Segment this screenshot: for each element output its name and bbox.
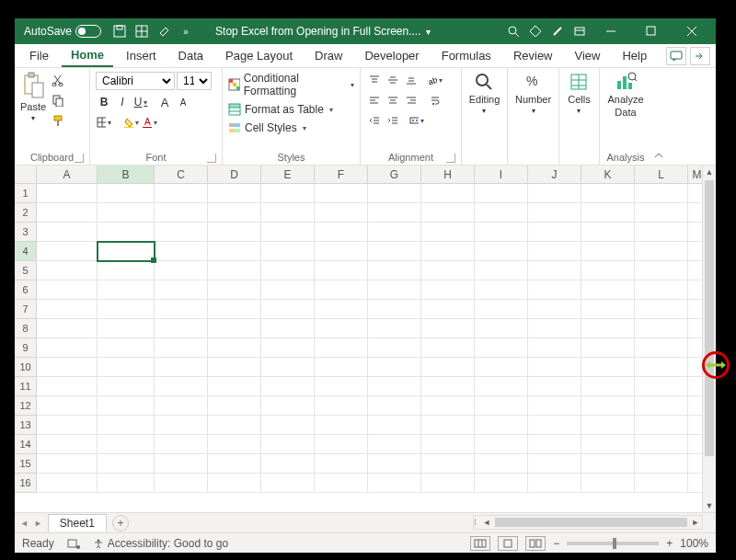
cell[interactable] — [528, 396, 581, 416]
accessibility-status[interactable]: Accessibility: Good to go — [93, 537, 228, 550]
cell[interactable] — [368, 184, 421, 203]
cell[interactable] — [98, 300, 155, 319]
row-header[interactable]: 10 — [15, 358, 37, 377]
cell[interactable] — [155, 377, 208, 396]
cell[interactable] — [368, 242, 421, 261]
cell[interactable] — [635, 338, 688, 358]
cell[interactable] — [208, 435, 261, 454]
vertical-scrollbar[interactable]: ▲ ▼ — [702, 166, 716, 512]
column-header[interactable]: C — [155, 166, 208, 184]
font-size-select[interactable]: 11 — [177, 72, 212, 90]
cell[interactable] — [528, 280, 581, 300]
cell[interactable] — [155, 184, 208, 203]
row-header[interactable]: 9 — [15, 338, 37, 358]
format-as-table-button[interactable]: Format as Table — [228, 103, 333, 116]
page-break-view-button[interactable] — [525, 536, 546, 551]
italic-button[interactable]: I — [114, 94, 131, 110]
cell[interactable] — [155, 358, 208, 377]
cell[interactable] — [208, 377, 261, 396]
column-header[interactable]: I — [475, 166, 528, 184]
cell[interactable] — [475, 242, 528, 261]
cell[interactable] — [368, 280, 421, 300]
cell[interactable] — [98, 338, 155, 358]
cell[interactable] — [155, 261, 208, 280]
cell[interactable] — [635, 435, 688, 454]
cell[interactable] — [261, 223, 315, 242]
align-left-icon[interactable] — [366, 92, 383, 109]
cell[interactable] — [37, 377, 98, 396]
underline-button[interactable]: U — [132, 94, 149, 110]
row-header[interactable]: 2 — [15, 203, 37, 223]
cell[interactable] — [37, 242, 98, 261]
cell[interactable] — [368, 416, 421, 435]
grow-font-button[interactable]: A — [156, 94, 173, 110]
cell[interactable] — [261, 377, 315, 396]
font-color-button[interactable]: A — [142, 114, 158, 131]
collapse-ribbon-icon[interactable] — [651, 68, 666, 165]
cell[interactable] — [475, 203, 528, 223]
column-header[interactable]: K — [581, 166, 635, 184]
cell[interactable] — [368, 319, 421, 338]
maximize-button[interactable] — [631, 18, 672, 44]
cell[interactable] — [98, 396, 155, 416]
cell[interactable] — [528, 338, 581, 358]
cell[interactable] — [635, 300, 688, 319]
cell[interactable] — [475, 300, 528, 319]
tab-view[interactable]: View — [566, 45, 610, 66]
cell[interactable] — [635, 358, 688, 377]
cell[interactable] — [475, 377, 528, 396]
cell[interactable] — [261, 474, 315, 493]
cells-button[interactable]: Cells▾ — [568, 72, 590, 115]
cell[interactable] — [315, 474, 368, 493]
cell[interactable] — [581, 319, 635, 338]
cell[interactable] — [528, 474, 581, 493]
tab-help[interactable]: Help — [613, 45, 656, 66]
cell[interactable] — [421, 203, 475, 223]
cell[interactable] — [421, 435, 475, 454]
cell[interactable] — [635, 223, 688, 242]
cell[interactable] — [315, 396, 368, 416]
cell[interactable] — [37, 300, 98, 319]
scroll-right-icon[interactable]: ► — [689, 518, 702, 527]
cell[interactable] — [98, 358, 155, 377]
editing-button[interactable]: Editing▾ — [469, 72, 500, 115]
column-header[interactable]: E — [261, 166, 315, 184]
cell[interactable] — [475, 223, 528, 242]
cell[interactable] — [155, 416, 208, 435]
cell[interactable] — [635, 242, 688, 261]
cell[interactable] — [37, 338, 98, 358]
row-header[interactable]: 14 — [15, 435, 37, 454]
autosave-toggle[interactable]: AutoSave — [24, 25, 101, 38]
cell[interactable] — [315, 242, 368, 261]
borders-button[interactable] — [96, 114, 112, 131]
cell[interactable] — [635, 203, 688, 223]
share-button[interactable] — [690, 47, 710, 65]
cell[interactable] — [37, 416, 98, 435]
cell[interactable] — [315, 416, 368, 435]
row-header[interactable]: 15 — [15, 454, 37, 474]
row-header[interactable]: 8 — [15, 319, 37, 338]
cell[interactable] — [368, 203, 421, 223]
tab-insert[interactable]: Insert — [117, 45, 166, 66]
cell[interactable] — [155, 242, 208, 261]
cell[interactable] — [528, 454, 581, 474]
cell[interactable] — [261, 338, 315, 358]
cell[interactable] — [37, 474, 98, 493]
tab-file[interactable]: File — [20, 45, 58, 66]
cell[interactable] — [155, 338, 208, 358]
cell[interactable] — [208, 338, 261, 358]
cell[interactable] — [98, 474, 155, 493]
cell[interactable] — [208, 396, 261, 416]
cell[interactable] — [208, 416, 261, 435]
cell[interactable] — [261, 280, 315, 300]
cell[interactable] — [581, 338, 635, 358]
cell[interactable] — [37, 223, 98, 242]
cell[interactable] — [581, 242, 635, 261]
row-header[interactable]: 11 — [15, 377, 37, 396]
cell[interactable] — [581, 300, 635, 319]
cell[interactable] — [155, 319, 208, 338]
cell[interactable] — [261, 319, 315, 338]
cell[interactable] — [315, 184, 368, 203]
cell[interactable] — [261, 203, 315, 223]
dialog-launcher-icon[interactable] — [75, 154, 84, 163]
